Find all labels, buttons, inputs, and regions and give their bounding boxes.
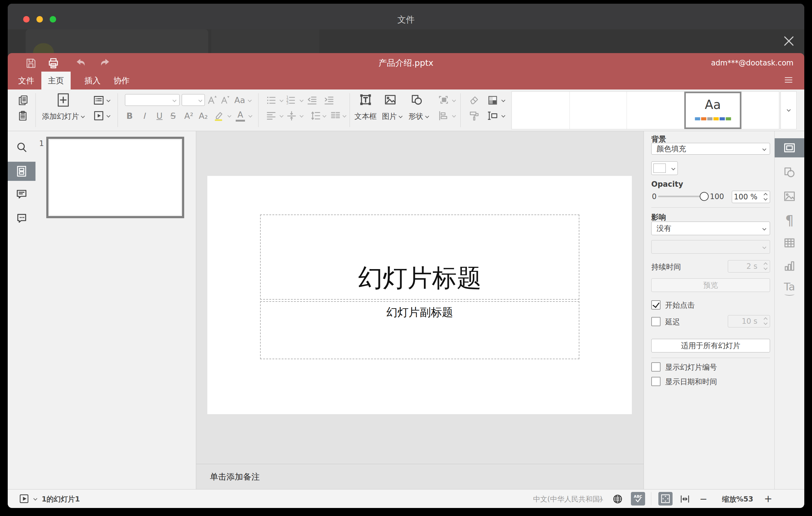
delay-checkbox[interactable] xyxy=(651,317,661,326)
zoom-out-button[interactable]: − xyxy=(699,493,707,504)
language-caret-icon[interactable] xyxy=(599,497,603,501)
decrease-indent-icon[interactable] xyxy=(306,94,318,106)
arrange-chevron-icon[interactable] xyxy=(452,98,456,102)
redo-icon[interactable] xyxy=(99,57,111,69)
notes-bar[interactable]: 单击添加备注 xyxy=(196,464,643,489)
strikethrough-icon[interactable]: S xyxy=(170,111,176,121)
slide-title-placeholder[interactable]: 幻灯片标题 xyxy=(260,214,579,300)
theme-blank-1[interactable] xyxy=(512,92,570,129)
menu-icon[interactable] xyxy=(783,75,794,85)
numbered-list-icon[interactable]: 123 xyxy=(285,94,296,106)
theme-blank-4[interactable] xyxy=(741,92,780,129)
columns-chevron-icon[interactable] xyxy=(343,114,346,118)
vertical-align-chevron-icon[interactable] xyxy=(299,114,303,118)
close-icon[interactable] xyxy=(782,34,796,48)
traffic-minimize-button[interactable] xyxy=(36,16,43,23)
align-shapes-chevron-icon[interactable] xyxy=(452,114,456,118)
image-icon[interactable] xyxy=(383,93,397,107)
fit-width-icon[interactable] xyxy=(679,493,691,505)
line-spacing-icon[interactable] xyxy=(310,110,321,122)
globe-icon[interactable] xyxy=(612,493,623,505)
highlight-color-chevron-icon[interactable] xyxy=(227,114,231,118)
shape-icon[interactable] xyxy=(410,93,424,107)
font-color-icon[interactable]: A xyxy=(236,111,245,122)
color-scheme-chevron-icon[interactable] xyxy=(501,98,505,102)
save-icon[interactable] xyxy=(25,57,37,69)
add-slide-icon[interactable] xyxy=(57,93,69,107)
show-slide-number-checkbox[interactable] xyxy=(651,362,661,372)
slide-subtitle-placeholder[interactable]: 幻灯片副标题 xyxy=(260,301,579,359)
font-name-select[interactable] xyxy=(125,94,179,106)
slideshow-chevron-icon[interactable] xyxy=(33,497,37,500)
vertical-align-icon[interactable] xyxy=(286,110,297,122)
apply-to-all-button[interactable]: 适用于所有幻灯片 xyxy=(651,339,770,352)
increase-indent-icon[interactable] xyxy=(323,94,335,106)
change-case-chevron-icon[interactable] xyxy=(248,98,252,102)
comments-icon[interactable] xyxy=(15,188,28,201)
traffic-zoom-button[interactable] xyxy=(50,16,56,23)
bullet-list-icon[interactable] xyxy=(265,94,277,106)
align-text-icon[interactable] xyxy=(265,110,277,122)
shape-button[interactable]: 形状 xyxy=(408,111,429,121)
columns-icon[interactable] xyxy=(329,110,341,122)
zoom-in-button[interactable]: + xyxy=(764,493,773,505)
fill-color-swatch-button[interactable] xyxy=(651,162,678,175)
image-button[interactable]: 图片 xyxy=(382,111,402,121)
tab-file[interactable]: 文件 xyxy=(18,75,34,86)
clear-style-icon[interactable] xyxy=(468,94,480,106)
paste-icon[interactable] xyxy=(17,110,29,122)
color-scheme-icon[interactable] xyxy=(487,94,498,106)
search-icon[interactable] xyxy=(15,141,28,154)
align-text-chevron-icon[interactable] xyxy=(280,114,283,118)
bold-icon[interactable]: B xyxy=(126,111,133,121)
theme-blank-2[interactable] xyxy=(570,92,627,129)
start-slideshow-chevron-icon[interactable] xyxy=(107,114,110,118)
chart-settings-icon[interactable] xyxy=(783,259,796,273)
highlight-color-icon[interactable] xyxy=(213,110,225,122)
traffic-close-button[interactable] xyxy=(23,16,30,23)
subscript-icon[interactable]: A₂ xyxy=(199,111,208,121)
decrease-font-icon[interactable] xyxy=(219,94,230,106)
background-fill-select[interactable]: 颜色填充 xyxy=(651,143,770,154)
copy-style-icon[interactable] xyxy=(468,110,480,122)
image-settings-icon[interactable] xyxy=(783,190,796,203)
effect-select[interactable]: 没有 xyxy=(651,222,770,235)
font-color-chevron-icon[interactable] xyxy=(248,114,252,118)
line-spacing-chevron-icon[interactable] xyxy=(322,114,326,118)
shape-settings-icon[interactable] xyxy=(783,165,796,179)
tab-home[interactable]: 主页 xyxy=(48,75,64,86)
chat-icon[interactable] xyxy=(15,212,28,225)
slide-settings-tab-selected[interactable] xyxy=(775,138,804,157)
theme-blank-3[interactable] xyxy=(627,92,684,129)
start-slideshow-status-icon[interactable] xyxy=(19,493,30,504)
superscript-icon[interactable]: A² xyxy=(184,111,193,121)
add-slide-button[interactable]: 添加幻灯片 xyxy=(42,111,85,121)
slide-size-icon[interactable] xyxy=(487,110,498,122)
change-case-icon[interactable]: Aa xyxy=(234,95,245,105)
increase-font-icon[interactable] xyxy=(206,94,218,106)
underline-icon[interactable]: U xyxy=(156,111,163,121)
font-size-select[interactable] xyxy=(182,94,205,106)
paragraph-settings-icon[interactable]: ¶ xyxy=(785,212,794,228)
copy-icon[interactable] xyxy=(17,94,29,106)
show-date-time-checkbox[interactable] xyxy=(651,377,661,386)
slide-layout-icon[interactable] xyxy=(92,94,105,107)
print-icon[interactable] xyxy=(47,57,60,70)
table-settings-icon[interactable] xyxy=(783,236,796,250)
italic-icon[interactable]: I xyxy=(143,111,145,121)
theme-gallery-expand-button[interactable] xyxy=(781,91,796,129)
opacity-slider-handle[interactable] xyxy=(700,192,709,201)
bullet-list-chevron-icon[interactable] xyxy=(280,98,283,102)
arrange-icon[interactable] xyxy=(437,94,449,106)
slide-canvas[interactable]: 幻灯片标题 幻灯片副标题 xyxy=(207,176,632,414)
spellcheck-toggle[interactable]: ABC xyxy=(631,492,645,506)
opacity-spinner[interactable]: 100 % xyxy=(732,191,770,203)
tab-insert[interactable]: 插入 xyxy=(85,75,100,86)
undo-icon[interactable] xyxy=(75,57,87,69)
language-label[interactable]: 中文(中华人民共和国) xyxy=(533,494,603,504)
opacity-slider-track[interactable] xyxy=(658,196,702,197)
tab-collaboration[interactable]: 协作 xyxy=(114,75,129,86)
start-on-click-checkbox[interactable] xyxy=(651,300,661,310)
align-shapes-icon[interactable] xyxy=(437,110,449,122)
numbered-list-chevron-icon[interactable] xyxy=(299,98,303,102)
